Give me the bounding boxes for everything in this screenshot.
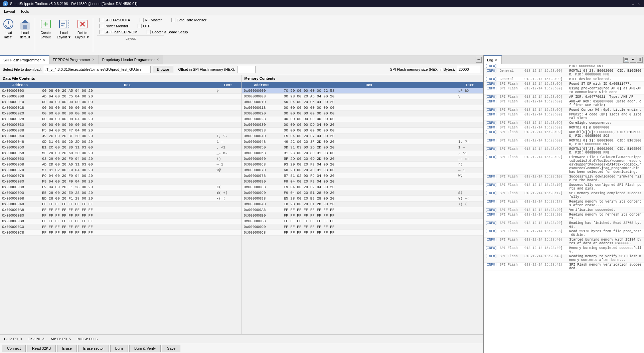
menu-layout[interactable]: Layout (1, 9, 18, 14)
log-entry: [INFO] SPI Flash 018-12-14 15:28:35] Rea… (484, 229, 644, 238)
log-source: SPI Flash (500, 87, 523, 94)
data-addr-cell: 0x00000020 (0, 111, 40, 116)
data-hex-cell: F9 04 00 20 E1 28 00 20 (40, 185, 215, 190)
tab-eeprom-close[interactable]: ✕ (91, 57, 95, 62)
rf-master-item[interactable]: RF Master (138, 17, 164, 23)
mem-text-cell (456, 224, 483, 230)
mem-hex-cell: 0D 31 03 00 2D 2D 00 20 (282, 145, 457, 150)
log-timestamp: 018-12-14 15:28:10] (524, 175, 568, 182)
menu-tools[interactable]: Tools (18, 9, 32, 14)
offset-input[interactable] (237, 66, 256, 73)
create-layout-button[interactable]: CreateLayout (36, 15, 55, 55)
log-type: [INFO] (485, 263, 498, 270)
log-entry: [INFO] SPI Flash 018-12-14 15:28:10] Suc… (484, 174, 644, 183)
mem-hex-cell: 00 00 00 00 00 00 00 00 (282, 111, 457, 116)
close-button[interactable]: ✕ (637, 1, 641, 6)
otp-item[interactable]: OTP (136, 23, 153, 29)
tab-proprietary[interactable]: Proprietary Header Programmer ✕ (99, 55, 163, 64)
log-entry: [INFO] SPI Flash 018-12-14 15:28:20] Ver… (484, 208, 644, 213)
memory-row: 0x00000088 F9 04 00 20 F9 04 00 20 (242, 185, 483, 190)
log-entry: [INFO] General 018-12-14 15:28:00] BTLE … (484, 77, 644, 82)
log-source: SPI Flash (500, 113, 523, 120)
load-layout-button[interactable]: LoadLayout ▼ (55, 15, 73, 55)
size-input[interactable] (457, 66, 480, 73)
log-message: Verification succeeded. (569, 208, 643, 212)
browse-button[interactable]: Browse (153, 66, 174, 73)
mem-addr-cell: 0x00000058 (242, 150, 282, 156)
mem-text-cell (456, 122, 483, 128)
data-addr-cell: 0x000000A8 (0, 207, 40, 213)
data-file-row: 0x00000008 AD 04 00 20 C5 04 00 20 (0, 94, 241, 99)
mem-hex-cell: 70 50 00 00 00 00 62 58 (282, 88, 457, 94)
titlebar-controls[interactable]: ─ □ ✕ (625, 1, 641, 6)
log-entry: [INFO] SPI Flash 018-12-14 15:28:41] SPI… (484, 263, 644, 271)
mem-hex-cell: FF FF FF FF FF FF FF FF (282, 219, 457, 224)
data-text-cell (215, 224, 241, 230)
mem-addr-cell: 0x00000038 (242, 128, 282, 133)
log-source: SPI Flash (500, 130, 523, 138)
mem-text-cell (456, 213, 483, 219)
tab-spi-flash[interactable]: SPI Flash Programmer ✕ (0, 55, 49, 64)
log-content[interactable]: [INFO] PID: 000BB00A DWT [INFO] General … (484, 64, 644, 353)
mem-hex-cell: 5F 2D 00 20 6D 2D 00 20 (282, 156, 457, 162)
load-default-button[interactable]: Loaddefault (17, 15, 33, 55)
tab-log-close[interactable]: ✕ (494, 58, 498, 62)
log-type: [INFO] (485, 213, 498, 220)
log-message: SPI Flash memory verification succeeded. (569, 263, 643, 270)
tab-proprietary-close[interactable]: ✕ (156, 57, 160, 62)
save-button[interactable]: Save (162, 345, 180, 352)
mem-text-cell: — 1 (456, 167, 483, 173)
log-type: [INFO] (485, 95, 498, 99)
data-addr-cell: 0x00000070 (0, 167, 40, 173)
file-input[interactable] (44, 66, 151, 73)
mem-text-cell (456, 185, 483, 190)
load-latest-icon (2, 18, 14, 30)
booter-board-item[interactable]: Booter & Board Setup (145, 29, 190, 35)
minimize-panel-button[interactable]: ─ (476, 57, 482, 63)
spi-flash-eeprom-item[interactable]: SPI Flash/EEPROM (97, 29, 139, 35)
log-entry: [INFO] PID: 000BB00A DWT (484, 64, 644, 69)
data-file-table-container[interactable]: Address Hex Text 0x00000000 00 98 00 20 … (0, 82, 241, 334)
log-save-button[interactable]: 💾 (623, 57, 629, 63)
delete-layout-button[interactable]: DeleteLayout ▼ (73, 15, 92, 55)
log-timestamp: 018-12-14 15:28:09] (524, 113, 568, 120)
maximize-button[interactable]: □ (631, 1, 635, 6)
log-source: SPI Flash (500, 221, 523, 229)
data-text-cell (215, 105, 241, 111)
tab-log[interactable]: Log ✕ (484, 55, 502, 64)
tab-eeprom[interactable]: EEPROM Programmer ✕ (49, 55, 99, 64)
mem-text-cell (456, 111, 483, 116)
mem-hex-cell: 00 00 00 00 00 00 00 00 (282, 105, 457, 111)
spota-suota-item[interactable]: SPOTA/SUOTA (97, 17, 132, 23)
log-tab-label: Log (487, 58, 493, 62)
load-latest-button[interactable]: Loadlatest (0, 15, 17, 55)
connect-button[interactable]: Connect (2, 345, 26, 352)
burn-verify-button[interactable]: Burn & Verify (129, 345, 161, 352)
log-type: [INFO] (485, 126, 498, 129)
read32kb-button[interactable]: Read 32KB (27, 345, 56, 352)
memory-table-container[interactable]: Address Hex Text 0x00000000 70 50 00 00 … (242, 82, 483, 334)
toolbar: Loadlatest Loaddefault CreateLayout (0, 15, 644, 55)
mem-hex-cell: E5 28 00 20 E9 28 00 20 (282, 196, 457, 202)
mem-text-cell: I, ?- (456, 139, 483, 145)
log-type: [INFO] (485, 121, 498, 125)
data-text-cell (215, 230, 241, 236)
log-filter-button[interactable]: ▼ (630, 57, 636, 63)
data-hex-cell: AD 2D 00 20 AD 31 03 00 (40, 162, 215, 167)
tab-spi-flash-close[interactable]: ✕ (42, 58, 46, 62)
tab-spi-flash-label: SPI Flash Programmer (3, 58, 41, 62)
log-message: Firmware File E:\DiaSemi\SmartSnippetsSt… (569, 155, 643, 174)
data-addr-cell: 0x00000068 (0, 162, 40, 167)
erase-sector-button[interactable]: Erase sector (78, 345, 109, 352)
log-settings-button[interactable]: ⚙ (637, 57, 643, 63)
log-entry: [INFO] SPI Flash 018-12-14 15:28:09] Usi… (484, 86, 644, 95)
log-timestamp: 018-12-14 15:28:20] (524, 208, 568, 212)
data-file-panel: Data File Contents Address Hex Text 0x00… (0, 75, 242, 334)
file-label: Select File to download: (3, 67, 42, 71)
power-monitor-item[interactable]: Power Monitor (97, 23, 130, 29)
data-rate-monitor-item[interactable]: Data Rate Monitor (169, 17, 208, 23)
burn-button[interactable]: Burn (110, 345, 128, 352)
minimize-button[interactable]: ─ (625, 1, 629, 6)
log-message: Reading memory to verify SPI Flash memor… (569, 255, 643, 262)
erase-button[interactable]: Erase (57, 345, 77, 352)
